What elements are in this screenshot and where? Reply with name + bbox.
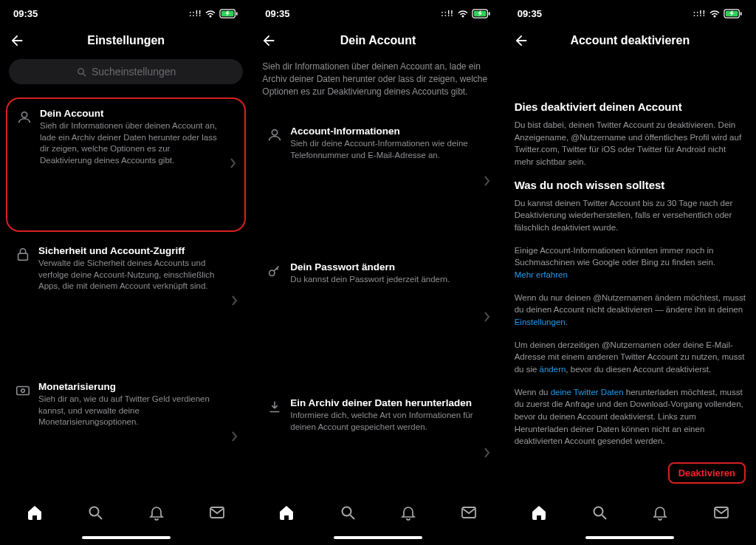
home-indicator (504, 530, 756, 545)
header: Einstellungen (0, 27, 252, 56)
download-icon (267, 399, 283, 415)
chevron-right-icon (484, 261, 491, 375)
deactivate-button[interactable]: Deaktivieren (668, 462, 746, 484)
body-paragraph: Einige Account-Informationen könnten imm… (504, 244, 756, 292)
intro-text: Sieh dir Informationen über deinen Accou… (252, 56, 504, 109)
account-item-download[interactable]: Ein Archiv deiner Daten herunterladen In… (258, 388, 498, 495)
tab-bar (504, 495, 756, 530)
status-icons: ::!! (441, 9, 490, 18)
item-title: Sicherheit und Account-Zugriff (38, 245, 224, 256)
settings-item-security[interactable]: Sicherheit und Account-Zugriff Verwalte … (6, 236, 246, 368)
status-time: 09:35 (518, 8, 542, 19)
account-item-info[interactable]: Account-Informationen Sieh dir deine Acc… (258, 117, 498, 248)
lock-icon (15, 247, 31, 263)
home-indicator (252, 530, 504, 545)
user-icon (16, 109, 32, 126)
tab-notifications-icon[interactable] (651, 504, 669, 521)
body-paragraph: Wenn du deine Twitter Daten herunterlade… (504, 386, 756, 458)
tab-search-icon[interactable] (339, 504, 357, 521)
chevron-right-icon (484, 397, 491, 495)
status-icons: ::!! (693, 9, 743, 18)
search-icon (76, 66, 87, 78)
body-paragraph: Du bist dabei, deinen Twitter Account zu… (504, 119, 756, 179)
tab-bar (0, 495, 252, 530)
user-icon (267, 127, 283, 143)
twitter-data-link[interactable]: deine Twitter Daten (551, 388, 624, 397)
item-desc: Verwalte die Sicherheit deines Accounts … (38, 258, 224, 292)
item-desc: Sieh dir an, wie du auf Twitter Geld ver… (38, 394, 224, 428)
back-arrow-icon[interactable] (9, 32, 25, 49)
page-title: Dein Account (252, 34, 504, 47)
chevron-right-icon (231, 245, 238, 359)
page-title: Einstellungen (0, 34, 252, 47)
back-arrow-icon[interactable] (261, 32, 277, 49)
header: Dein Account (252, 27, 504, 56)
tab-messages-icon[interactable] (712, 504, 730, 521)
status-icons: ::!! (189, 9, 238, 18)
status-bar: 09:35 ::!! (0, 0, 252, 27)
settings-link[interactable]: Einstellungen (515, 318, 566, 326)
search-input[interactable]: Sucheinstellungen (9, 59, 243, 84)
search-placeholder: Sucheinstellungen (92, 66, 176, 78)
status-time: 09:35 (13, 8, 38, 19)
item-desc: Sieh dir deine Account-Informationen wie… (290, 138, 475, 161)
tab-notifications-icon[interactable] (148, 504, 165, 521)
tab-home-icon[interactable] (530, 504, 548, 521)
status-bar: 09:35 ::!! (252, 0, 504, 27)
item-title: Ein Archiv deiner Daten herunterladen (290, 397, 475, 408)
item-title: Monetarisierung (38, 381, 224, 392)
tab-home-icon[interactable] (26, 504, 44, 521)
item-title: Account-Informationen (290, 126, 475, 137)
body-paragraph: Wenn du nur deinen @Nutzernamen ändern m… (504, 292, 756, 339)
key-icon (267, 263, 283, 279)
body-paragraph: Um deinen derzeitigen @Nutzernamen oder … (504, 339, 756, 386)
change-link[interactable]: ändern (540, 365, 566, 374)
chevron-right-icon (230, 108, 237, 222)
settings-item-account[interactable]: Dein Account Sieh dir Informationen über… (6, 97, 246, 232)
learn-more-link[interactable]: Mehr erfahren (515, 270, 568, 279)
chevron-right-icon (231, 381, 238, 495)
status-bar: 09:35 ::!! (504, 0, 756, 27)
item-desc: Sieh dir Informationen über deinen Accou… (40, 120, 222, 166)
tab-messages-icon[interactable] (460, 504, 478, 521)
money-icon (15, 383, 31, 399)
account-item-password[interactable]: Dein Passwort ändern Du kannst dein Pass… (258, 253, 498, 384)
tab-notifications-icon[interactable] (399, 504, 417, 521)
item-title: Dein Account (40, 108, 222, 119)
back-arrow-icon[interactable] (513, 32, 529, 49)
tab-search-icon[interactable] (591, 504, 608, 521)
home-indicator (0, 530, 252, 545)
tab-messages-icon[interactable] (208, 504, 226, 521)
settings-item-monetization[interactable]: Monetarisierung Sieh dir an, wie du auf … (6, 372, 246, 495)
item-desc: Informiere dich, welche Art von Informat… (290, 410, 475, 433)
page-title: Account deaktivieren (504, 34, 756, 47)
chevron-right-icon (484, 126, 491, 239)
tab-home-icon[interactable] (278, 504, 295, 521)
item-title: Dein Passwort ändern (290, 261, 475, 272)
tab-search-icon[interactable] (86, 504, 104, 521)
tab-bar (252, 495, 504, 530)
header: Account deaktivieren (504, 27, 756, 56)
body-paragraph: Du kannst deinen Twitter Account bis zu … (504, 197, 756, 244)
status-time: 09:35 (265, 8, 289, 19)
section-heading: Was du noch wissen solltest (504, 179, 756, 197)
section-heading: Dies deaktiviert deinen Account (504, 100, 756, 119)
item-desc: Du kannst dein Passwort jederzeit ändern… (290, 274, 475, 286)
